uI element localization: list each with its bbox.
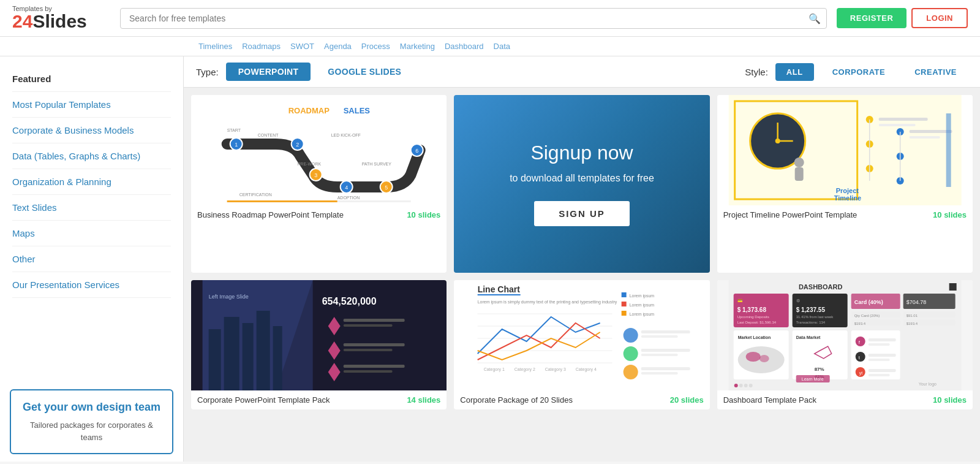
template-card-corporate[interactable]: Left Image Slide 654,520,000 <box>191 280 447 409</box>
promo-title: Get your own design team <box>21 400 162 414</box>
svg-rect-133 <box>868 343 889 346</box>
svg-rect-65 <box>344 370 393 373</box>
style-btn-corporate[interactable]: CORPORATE <box>821 63 897 81</box>
nav-tag-data[interactable]: Data <box>491 40 513 52</box>
card-title-timeline: Project Timeline PowerPoint Template <box>723 210 858 219</box>
svg-rect-42 <box>909 130 952 133</box>
svg-text:Upcoming Deposits: Upcoming Deposits <box>737 315 769 319</box>
nav-tag-timelines[interactable]: Timelines <box>196 40 235 52</box>
register-button[interactable]: REGISTER <box>837 8 907 28</box>
template-card-timeline[interactable]: Project Timeline Project Timeline PowerP… <box>717 95 973 273</box>
nav-tag-roadmaps[interactable]: Roadmaps <box>239 40 283 52</box>
promo-box[interactable]: Get your own design team Tailored packag… <box>10 389 173 454</box>
svg-rect-83 <box>622 311 627 316</box>
svg-text:Category 1: Category 1 <box>484 367 505 372</box>
sidebar-item-other[interactable]: Other <box>12 246 171 272</box>
template-card-roadmap[interactable]: ROADMAP SALES 1 2 3 4 5 <box>191 95 447 273</box>
card-slides-corporate: 14 slides <box>407 395 440 405</box>
nav-tag-swot[interactable]: SWOT <box>288 40 317 52</box>
svg-rect-93 <box>641 372 678 375</box>
nav-tag-dashboard[interactable]: Dashboard <box>442 40 486 52</box>
sidebar-item-data[interactable]: Data (Tables, Graphs & Charts) <box>12 143 171 169</box>
svg-point-85 <box>624 328 638 343</box>
sidebar-item-text-slides[interactable]: Text Slides <box>12 195 171 221</box>
sidebar-item-presentation-services[interactable]: Our Presentation Services <box>12 272 171 298</box>
template-card-dashboard[interactable]: DASHBOARD 💳 $ 1,373.68 Upcoming Deposits… <box>717 280 973 409</box>
svg-point-147 <box>748 384 752 387</box>
svg-rect-96 <box>949 283 956 291</box>
svg-text:31.41% from last week: 31.41% from last week <box>796 315 834 319</box>
nav-tag-marketing[interactable]: Marketing <box>398 40 437 52</box>
search-bar: 🔍 <box>120 8 827 29</box>
sidebar-item-organization[interactable]: Organization & Planning <box>12 169 171 195</box>
svg-point-130 <box>855 337 865 346</box>
svg-text:ADOPTION: ADOPTION <box>337 196 360 200</box>
header-actions: REGISTER LOGIN <box>837 8 968 28</box>
svg-text:3: 3 <box>314 172 317 178</box>
svg-text:Market Location: Market Location <box>737 335 771 340</box>
type-btn-powerpoint[interactable]: POWERPOINT <box>226 63 311 81</box>
svg-point-30 <box>794 158 804 167</box>
nav-tag-agenda[interactable]: Agenda <box>322 40 354 52</box>
svg-rect-62 <box>344 343 405 346</box>
filter-bar: Type: POWERPOINT GOOGLE SLIDES Style: AL… <box>184 56 980 88</box>
svg-rect-40 <box>878 118 927 121</box>
svg-text:$ 1,237.55: $ 1,237.55 <box>796 306 825 313</box>
svg-text:Category 4: Category 4 <box>576 367 597 372</box>
svg-rect-136 <box>868 354 895 357</box>
type-btn-google-slides[interactable]: GOOGLE SLIDES <box>315 63 413 81</box>
svg-rect-92 <box>641 367 690 370</box>
svg-text:2: 2 <box>296 142 299 148</box>
sidebar-item-most-popular[interactable]: Most Popular Templates <box>12 92 171 118</box>
card-title-corporate: Corporate PowerPoint Template Pack <box>197 395 330 405</box>
login-button[interactable]: LOGIN <box>911 8 968 28</box>
card-title-dashboard: Dashboard Template Pack <box>723 395 816 405</box>
svg-text:ROADMAP: ROADMAP <box>288 106 330 115</box>
svg-text:yt: yt <box>859 371 862 376</box>
svg-point-144 <box>734 384 737 387</box>
svg-rect-132 <box>868 338 895 341</box>
svg-text:87%: 87% <box>814 367 824 372</box>
svg-text:Transactions: 134: Transactions: 134 <box>796 321 825 324</box>
svg-text:$91.01: $91.01 <box>906 314 918 318</box>
content-area: Type: POWERPOINT GOOGLE SLIDES Style: AL… <box>184 56 980 462</box>
style-btn-all[interactable]: ALL <box>775 63 814 81</box>
nav-tag-process[interactable]: Process <box>359 40 393 52</box>
signup-button[interactable]: SIGN UP <box>534 201 630 226</box>
sidebar-item-maps[interactable]: Maps <box>12 221 171 246</box>
svg-point-122 <box>745 352 760 362</box>
logo-number: 24 <box>12 12 32 31</box>
sidebar-item-featured[interactable]: Featured <box>12 66 171 92</box>
card-footer-roadmap: Business Roadmap PowerPoint Template 10 … <box>191 205 447 224</box>
svg-rect-41 <box>878 124 915 126</box>
signup-card[interactable]: Signup now to download all templates for… <box>454 95 709 273</box>
svg-text:Learn More: Learn More <box>801 377 823 381</box>
card-footer-corporate: Corporate PowerPoint Template Pack 14 sl… <box>191 390 447 409</box>
template-card-linechart[interactable]: Line Chart Lorem ipsum is simply dummy t… <box>454 280 709 409</box>
svg-rect-63 <box>344 349 393 351</box>
template-grid: ROADMAP SALES 1 2 3 4 5 <box>184 88 980 417</box>
svg-rect-140 <box>868 369 895 372</box>
svg-point-87 <box>624 365 638 379</box>
svg-rect-64 <box>344 365 405 368</box>
svg-rect-141 <box>868 374 889 376</box>
svg-text:Lorem ipsum: Lorem ipsum <box>630 312 655 317</box>
svg-rect-31 <box>794 167 803 181</box>
type-label: Type: <box>196 67 219 77</box>
svg-rect-88 <box>641 330 690 333</box>
nav-tags: Timelines Roadmaps SWOT Agenda Process M… <box>0 37 980 56</box>
search-input[interactable] <box>120 8 827 29</box>
sidebar-item-corporate-business[interactable]: Corporate & Business Models <box>12 118 171 143</box>
svg-text:6: 6 <box>415 148 418 154</box>
style-btn-creative[interactable]: CREATIVE <box>903 63 968 81</box>
svg-text:4: 4 <box>345 184 348 191</box>
header: Templates by 24 Slides 🔍 REGISTER LOGIN <box>0 0 980 37</box>
sidebar: Featured Most Popular Templates Corporat… <box>0 56 184 462</box>
svg-text:LED KICK-OFF: LED KICK-OFF <box>331 133 361 137</box>
search-button[interactable]: 🔍 <box>809 12 821 24</box>
svg-text:Left Image Slide: Left Image Slide <box>209 294 249 300</box>
card-image-roadmap: ROADMAP SALES 1 2 3 4 5 <box>191 95 447 205</box>
svg-rect-91 <box>641 354 678 356</box>
card-footer-timeline: Project Timeline PowerPoint Template 10 … <box>717 205 973 224</box>
card-image-dashboard: DASHBOARD 💳 $ 1,373.68 Upcoming Deposits… <box>717 280 973 390</box>
